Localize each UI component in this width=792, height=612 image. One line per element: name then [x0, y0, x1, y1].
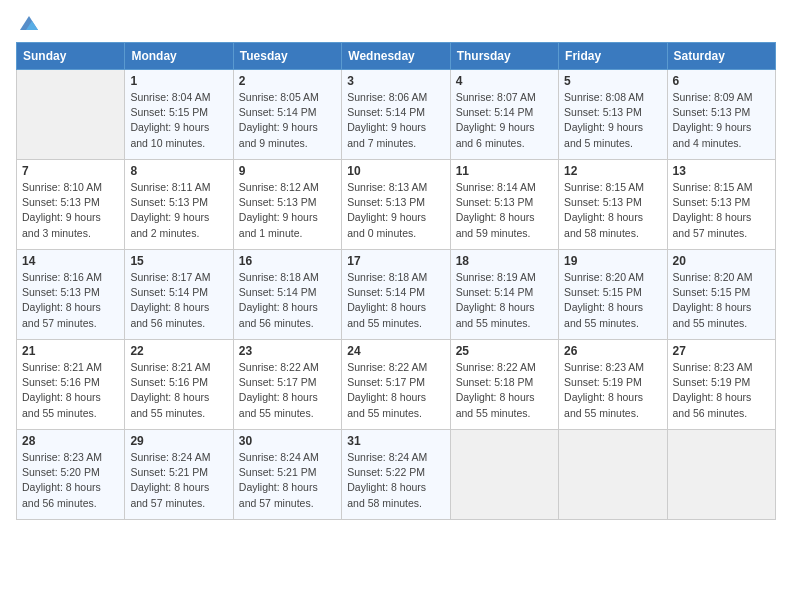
day-info: Sunrise: 8:16 AMSunset: 5:13 PMDaylight:… [22, 270, 119, 331]
day-number: 17 [347, 254, 444, 268]
day-number: 28 [22, 434, 119, 448]
day-info: Sunrise: 8:19 AMSunset: 5:14 PMDaylight:… [456, 270, 553, 331]
day-info: Sunrise: 8:24 AMSunset: 5:22 PMDaylight:… [347, 450, 444, 511]
day-number: 25 [456, 344, 553, 358]
calendar-header-row: SundayMondayTuesdayWednesdayThursdayFrid… [17, 43, 776, 70]
day-number: 3 [347, 74, 444, 88]
day-number: 15 [130, 254, 227, 268]
day-number: 31 [347, 434, 444, 448]
day-number: 21 [22, 344, 119, 358]
calendar-cell: 13Sunrise: 8:15 AMSunset: 5:13 PMDayligh… [667, 160, 775, 250]
day-number: 29 [130, 434, 227, 448]
calendar-cell: 29Sunrise: 8:24 AMSunset: 5:21 PMDayligh… [125, 430, 233, 520]
day-info: Sunrise: 8:11 AMSunset: 5:13 PMDaylight:… [130, 180, 227, 241]
day-info: Sunrise: 8:17 AMSunset: 5:14 PMDaylight:… [130, 270, 227, 331]
calendar-cell: 18Sunrise: 8:19 AMSunset: 5:14 PMDayligh… [450, 250, 558, 340]
page-header [16, 16, 776, 32]
calendar-cell: 25Sunrise: 8:22 AMSunset: 5:18 PMDayligh… [450, 340, 558, 430]
calendar-week-row: 7Sunrise: 8:10 AMSunset: 5:13 PMDaylight… [17, 160, 776, 250]
calendar-cell: 19Sunrise: 8:20 AMSunset: 5:15 PMDayligh… [559, 250, 667, 340]
day-number: 16 [239, 254, 336, 268]
day-info: Sunrise: 8:04 AMSunset: 5:15 PMDaylight:… [130, 90, 227, 151]
day-info: Sunrise: 8:21 AMSunset: 5:16 PMDaylight:… [22, 360, 119, 421]
header-monday: Monday [125, 43, 233, 70]
day-info: Sunrise: 8:13 AMSunset: 5:13 PMDaylight:… [347, 180, 444, 241]
calendar-week-row: 21Sunrise: 8:21 AMSunset: 5:16 PMDayligh… [17, 340, 776, 430]
day-info: Sunrise: 8:23 AMSunset: 5:19 PMDaylight:… [673, 360, 770, 421]
calendar-cell: 28Sunrise: 8:23 AMSunset: 5:20 PMDayligh… [17, 430, 125, 520]
day-number: 1 [130, 74, 227, 88]
calendar-cell: 15Sunrise: 8:17 AMSunset: 5:14 PMDayligh… [125, 250, 233, 340]
day-info: Sunrise: 8:15 AMSunset: 5:13 PMDaylight:… [673, 180, 770, 241]
day-info: Sunrise: 8:09 AMSunset: 5:13 PMDaylight:… [673, 90, 770, 151]
day-number: 19 [564, 254, 661, 268]
calendar-cell: 6Sunrise: 8:09 AMSunset: 5:13 PMDaylight… [667, 70, 775, 160]
calendar-cell: 5Sunrise: 8:08 AMSunset: 5:13 PMDaylight… [559, 70, 667, 160]
calendar-cell: 27Sunrise: 8:23 AMSunset: 5:19 PMDayligh… [667, 340, 775, 430]
day-number: 22 [130, 344, 227, 358]
header-tuesday: Tuesday [233, 43, 341, 70]
header-thursday: Thursday [450, 43, 558, 70]
calendar-cell: 1Sunrise: 8:04 AMSunset: 5:15 PMDaylight… [125, 70, 233, 160]
day-info: Sunrise: 8:21 AMSunset: 5:16 PMDaylight:… [130, 360, 227, 421]
day-info: Sunrise: 8:20 AMSunset: 5:15 PMDaylight:… [564, 270, 661, 331]
calendar-week-row: 28Sunrise: 8:23 AMSunset: 5:20 PMDayligh… [17, 430, 776, 520]
day-info: Sunrise: 8:18 AMSunset: 5:14 PMDaylight:… [239, 270, 336, 331]
calendar-cell: 12Sunrise: 8:15 AMSunset: 5:13 PMDayligh… [559, 160, 667, 250]
calendar-cell [450, 430, 558, 520]
day-number: 24 [347, 344, 444, 358]
day-info: Sunrise: 8:05 AMSunset: 5:14 PMDaylight:… [239, 90, 336, 151]
calendar-cell: 31Sunrise: 8:24 AMSunset: 5:22 PMDayligh… [342, 430, 450, 520]
calendar-cell: 9Sunrise: 8:12 AMSunset: 5:13 PMDaylight… [233, 160, 341, 250]
calendar-cell: 21Sunrise: 8:21 AMSunset: 5:16 PMDayligh… [17, 340, 125, 430]
day-number: 10 [347, 164, 444, 178]
day-info: Sunrise: 8:22 AMSunset: 5:18 PMDaylight:… [456, 360, 553, 421]
calendar-cell: 3Sunrise: 8:06 AMSunset: 5:14 PMDaylight… [342, 70, 450, 160]
calendar-cell: 23Sunrise: 8:22 AMSunset: 5:17 PMDayligh… [233, 340, 341, 430]
header-friday: Friday [559, 43, 667, 70]
day-info: Sunrise: 8:24 AMSunset: 5:21 PMDaylight:… [239, 450, 336, 511]
day-number: 26 [564, 344, 661, 358]
day-number: 2 [239, 74, 336, 88]
header-sunday: Sunday [17, 43, 125, 70]
calendar-cell: 10Sunrise: 8:13 AMSunset: 5:13 PMDayligh… [342, 160, 450, 250]
calendar-cell: 4Sunrise: 8:07 AMSunset: 5:14 PMDaylight… [450, 70, 558, 160]
day-info: Sunrise: 8:14 AMSunset: 5:13 PMDaylight:… [456, 180, 553, 241]
day-info: Sunrise: 8:22 AMSunset: 5:17 PMDaylight:… [239, 360, 336, 421]
day-number: 14 [22, 254, 119, 268]
calendar-cell [17, 70, 125, 160]
day-info: Sunrise: 8:07 AMSunset: 5:14 PMDaylight:… [456, 90, 553, 151]
calendar-cell: 26Sunrise: 8:23 AMSunset: 5:19 PMDayligh… [559, 340, 667, 430]
day-number: 13 [673, 164, 770, 178]
day-info: Sunrise: 8:20 AMSunset: 5:15 PMDaylight:… [673, 270, 770, 331]
calendar-cell: 20Sunrise: 8:20 AMSunset: 5:15 PMDayligh… [667, 250, 775, 340]
day-number: 7 [22, 164, 119, 178]
day-info: Sunrise: 8:08 AMSunset: 5:13 PMDaylight:… [564, 90, 661, 151]
day-info: Sunrise: 8:15 AMSunset: 5:13 PMDaylight:… [564, 180, 661, 241]
calendar-cell: 11Sunrise: 8:14 AMSunset: 5:13 PMDayligh… [450, 160, 558, 250]
day-info: Sunrise: 8:24 AMSunset: 5:21 PMDaylight:… [130, 450, 227, 511]
calendar-cell: 30Sunrise: 8:24 AMSunset: 5:21 PMDayligh… [233, 430, 341, 520]
day-info: Sunrise: 8:06 AMSunset: 5:14 PMDaylight:… [347, 90, 444, 151]
day-number: 5 [564, 74, 661, 88]
day-number: 11 [456, 164, 553, 178]
day-number: 6 [673, 74, 770, 88]
logo [16, 16, 40, 32]
calendar-cell: 17Sunrise: 8:18 AMSunset: 5:14 PMDayligh… [342, 250, 450, 340]
logo-icon [18, 14, 40, 32]
day-info: Sunrise: 8:23 AMSunset: 5:20 PMDaylight:… [22, 450, 119, 511]
day-number: 20 [673, 254, 770, 268]
calendar-cell: 22Sunrise: 8:21 AMSunset: 5:16 PMDayligh… [125, 340, 233, 430]
day-number: 27 [673, 344, 770, 358]
day-info: Sunrise: 8:12 AMSunset: 5:13 PMDaylight:… [239, 180, 336, 241]
day-info: Sunrise: 8:10 AMSunset: 5:13 PMDaylight:… [22, 180, 119, 241]
header-wednesday: Wednesday [342, 43, 450, 70]
calendar-cell: 8Sunrise: 8:11 AMSunset: 5:13 PMDaylight… [125, 160, 233, 250]
day-number: 18 [456, 254, 553, 268]
calendar-cell [667, 430, 775, 520]
calendar-week-row: 1Sunrise: 8:04 AMSunset: 5:15 PMDaylight… [17, 70, 776, 160]
calendar-week-row: 14Sunrise: 8:16 AMSunset: 5:13 PMDayligh… [17, 250, 776, 340]
calendar-cell: 7Sunrise: 8:10 AMSunset: 5:13 PMDaylight… [17, 160, 125, 250]
day-number: 12 [564, 164, 661, 178]
calendar-cell: 24Sunrise: 8:22 AMSunset: 5:17 PMDayligh… [342, 340, 450, 430]
